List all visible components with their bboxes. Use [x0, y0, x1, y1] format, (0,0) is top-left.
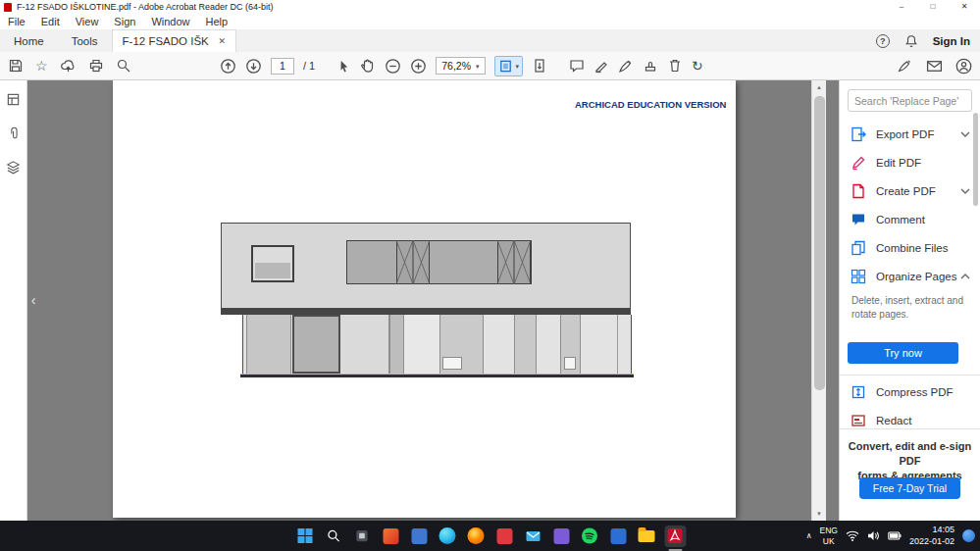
share-cloud-icon[interactable]: [60, 58, 77, 74]
zoom-level-dropdown[interactable]: 76,2% ▾: [436, 57, 485, 75]
tool-redact[interactable]: Redact: [840, 406, 980, 434]
store-app-icon[interactable]: [493, 526, 515, 547]
facade-small-window: [251, 245, 294, 282]
wifi-icon[interactable]: [846, 530, 859, 541]
scrolling-mode-icon[interactable]: [532, 58, 547, 74]
facade-panel: [246, 315, 291, 374]
scroll-up-icon[interactable]: ▲: [812, 80, 826, 94]
tray-expand-chevron-icon[interactable]: ∧: [806, 531, 812, 540]
select-tool-icon[interactable]: [336, 59, 351, 74]
design-app-icon[interactable]: [550, 526, 572, 547]
maximize-button[interactable]: □: [917, 0, 949, 14]
menu-window[interactable]: Window: [143, 16, 197, 27]
language-indicator[interactable]: ENG UK: [820, 526, 838, 545]
menu-edit[interactable]: Edit: [33, 16, 68, 27]
chevron-down-icon[interactable]: [960, 131, 970, 137]
widgets-app-icon[interactable]: [408, 526, 430, 547]
main-area: ARCHICAD EDUCATION VERSION: [0, 80, 980, 521]
tab-home[interactable]: Home: [0, 29, 58, 52]
layers-icon[interactable]: [6, 160, 21, 175]
casement-window-symbol: [497, 240, 531, 284]
tab-document[interactable]: F-12 FSADO IŠKLOT... ✕: [112, 29, 237, 52]
promo-text: Convert, edit and e-sign PDF forms & agr…: [840, 439, 980, 483]
window-title: F-12 FSADO IŠKLOTINE.pdf - Adobe Acrobat…: [17, 2, 274, 12]
next-page-icon[interactable]: [245, 58, 262, 75]
document-area[interactable]: ARCHICAD EDUCATION VERSION: [27, 80, 839, 521]
chevron-up-icon[interactable]: [960, 274, 970, 279]
tab-close-icon[interactable]: ✕: [219, 36, 227, 46]
tool-export-pdf[interactable]: Export PDF: [840, 120, 980, 148]
delete-tool-icon[interactable]: [667, 58, 683, 74]
edge-browser-icon[interactable]: [437, 526, 458, 547]
spotify-app-icon[interactable]: [579, 526, 600, 547]
file-explorer-icon[interactable]: [636, 526, 657, 547]
user-profile-icon[interactable]: [955, 58, 972, 75]
start-button[interactable]: [294, 526, 316, 547]
volume-icon[interactable]: [867, 530, 880, 541]
scroll-down-icon[interactable]: ▼: [812, 507, 826, 521]
zoom-in-icon[interactable]: [410, 58, 427, 75]
chevron-down-icon[interactable]: [960, 188, 970, 194]
combine-files-icon: [850, 239, 867, 257]
mail-app-icon[interactable]: [522, 526, 543, 547]
stamp-tool-icon[interactable]: [643, 58, 658, 74]
favorite-star-icon[interactable]: ☆: [35, 59, 48, 73]
free-trial-button[interactable]: Free 7-Day Trial: [859, 477, 960, 499]
acrobat-reader-app-icon[interactable]: [664, 526, 686, 547]
comment-icon: [850, 211, 867, 228]
panel-divider: [840, 375, 980, 376]
signature-pen-icon[interactable]: [897, 58, 913, 74]
facade-panel: [404, 315, 439, 374]
sign-in-button[interactable]: Sign In: [933, 35, 970, 47]
tab-bar: Home Tools F-12 FSADO IŠKLOT... ✕: [0, 29, 980, 52]
task-view-icon[interactable]: [351, 526, 373, 547]
menu-help[interactable]: Help: [198, 16, 236, 27]
tool-edit-pdf[interactable]: Edit PDF: [840, 148, 980, 176]
taskbar-search-icon[interactable]: [323, 526, 344, 547]
search-icon[interactable]: [116, 58, 131, 74]
attachments-paperclip-icon[interactable]: [7, 125, 21, 141]
highlight-tool-icon[interactable]: [593, 58, 609, 74]
zoom-out-icon[interactable]: [385, 58, 401, 75]
taskbar-clock[interactable]: 14:05 2022-01-02: [909, 525, 954, 547]
notifications-bell-icon[interactable]: [904, 34, 918, 48]
facade-glass-door: [292, 315, 340, 374]
menu-view[interactable]: View: [68, 16, 107, 27]
help-icon[interactable]: ?: [876, 34, 890, 48]
fill-sign-tool-icon[interactable]: [618, 58, 634, 74]
firefox-browser-icon[interactable]: [465, 526, 487, 547]
tool-combine-files[interactable]: Combine Files: [840, 233, 980, 262]
tool-create-pdf[interactable]: Create PDF: [840, 176, 980, 205]
menu-sign[interactable]: Sign: [106, 16, 143, 27]
main-toolbar: ☆ / 1 76,2%: [0, 52, 980, 80]
collapse-left-panel-icon[interactable]: ‹: [28, 292, 38, 308]
save-icon[interactable]: [8, 58, 24, 74]
tool-comment[interactable]: Comment: [840, 205, 980, 233]
page-thumbnails-icon[interactable]: [6, 92, 21, 107]
photos-app-icon[interactable]: [380, 526, 401, 547]
scrollbar-thumb[interactable]: [814, 96, 825, 390]
tools-search-input[interactable]: [848, 89, 972, 112]
code-app-icon[interactable]: [607, 526, 629, 547]
facade-lower-level: [242, 315, 632, 375]
try-now-button[interactable]: Try now: [848, 342, 958, 364]
tab-tools[interactable]: Tools: [58, 29, 112, 52]
page-number-input[interactable]: [271, 58, 294, 75]
redo-icon[interactable]: ↻: [692, 59, 703, 73]
vertical-scrollbar[interactable]: ▲ ▼: [811, 80, 826, 521]
previous-page-icon[interactable]: [220, 58, 236, 75]
close-button[interactable]: ✕: [949, 0, 980, 14]
tool-compress-pdf[interactable]: Compress PDF: [840, 377, 980, 406]
tool-organize-pages[interactable]: Organize Pages: [840, 262, 980, 290]
hand-tool-icon[interactable]: [360, 58, 376, 74]
minimize-button[interactable]: –: [886, 0, 917, 14]
panel-scrollbar-thumb[interactable]: [973, 113, 978, 206]
menu-file[interactable]: File: [0, 16, 33, 27]
fit-one-page-button[interactable]: ▾: [494, 56, 524, 76]
notification-icon[interactable]: [962, 529, 975, 542]
comment-tool-icon[interactable]: [569, 58, 585, 74]
battery-icon[interactable]: [888, 531, 902, 540]
send-mail-icon[interactable]: [926, 59, 943, 74]
edit-pdf-icon: [850, 154, 867, 172]
print-icon[interactable]: [88, 58, 104, 74]
